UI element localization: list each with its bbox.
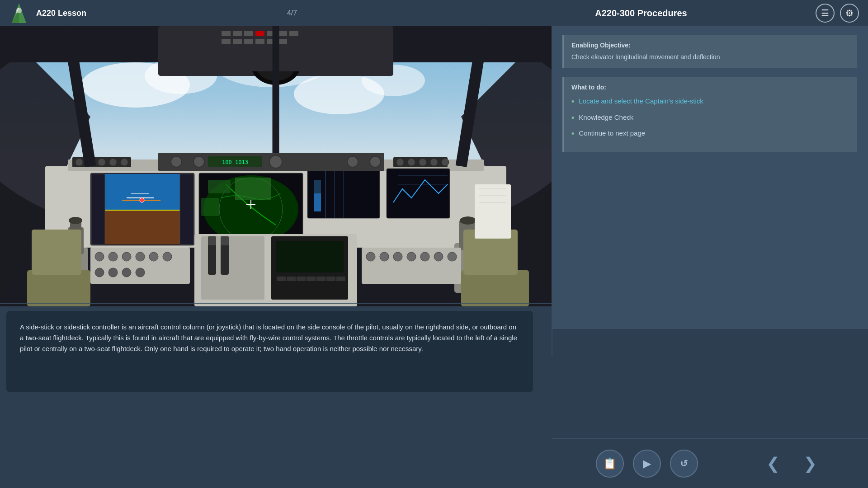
settings-button[interactable]: ⚙ (840, 4, 859, 23)
svg-rect-67 (244, 31, 253, 36)
header: A220 Lesson 4/7 A220-300 Procedures ☰ ⚙ (0, 0, 868, 26)
svg-rect-18 (91, 174, 193, 210)
todo-text-3: Continue to next page (579, 129, 645, 137)
svg-point-121 (434, 252, 443, 261)
svg-point-57 (121, 159, 128, 166)
horizontal-divider (0, 303, 552, 304)
svg-point-63 (442, 159, 449, 166)
header-right: ☰ ⚙ (816, 4, 868, 23)
svg-rect-26 (180, 174, 193, 244)
notes-button[interactable]: 📋 (596, 450, 624, 478)
play-button[interactable]: ▶ (633, 450, 661, 478)
svg-rect-102 (461, 270, 529, 306)
svg-point-107 (122, 252, 131, 261)
svg-rect-41 (387, 169, 450, 218)
svg-point-48 (347, 156, 358, 167)
svg-rect-100 (27, 270, 90, 306)
svg-point-61 (419, 159, 426, 166)
svg-rect-40 (314, 193, 321, 211)
svg-rect-88 (297, 277, 306, 281)
svg-rect-65 (222, 31, 231, 36)
svg-point-106 (108, 252, 118, 261)
svg-rect-72 (222, 39, 231, 44)
svg-rect-92 (336, 277, 345, 281)
description-text: A side-stick or sidestick controller is … (20, 322, 519, 354)
prev-icon: ❮ (766, 454, 780, 473)
course-title: A220-300 Procedures (467, 8, 816, 19)
svg-point-112 (108, 268, 118, 277)
svg-rect-25 (91, 174, 105, 244)
svg-rect-19 (91, 210, 193, 244)
svg-point-111 (95, 268, 104, 277)
svg-rect-66 (233, 31, 242, 36)
page-counter: 4/7 (287, 9, 297, 17)
todo-item-3: • Continue to next page (571, 129, 850, 139)
svg-rect-83 (221, 236, 229, 245)
svg-point-105 (95, 252, 104, 261)
svg-rect-73 (233, 39, 242, 44)
svg-rect-77 (278, 39, 287, 44)
notes-icon: 📋 (603, 457, 617, 470)
svg-point-49 (370, 156, 381, 167)
svg-text:100  1013: 100 1013 (222, 159, 248, 165)
svg-rect-68 (255, 31, 264, 36)
play-icon: ▶ (643, 457, 651, 470)
svg-point-24 (140, 198, 144, 202)
svg-point-114 (136, 268, 145, 277)
svg-point-117 (380, 252, 389, 261)
svg-point-108 (136, 252, 145, 261)
logo-area: A220 Lesson (0, 1, 118, 25)
todo-bullet-3: • (571, 129, 574, 139)
svg-point-47 (269, 155, 282, 168)
svg-rect-87 (287, 277, 296, 281)
todo-item-1[interactable]: • Locate and select the Captain's side-s… (571, 97, 850, 107)
menu-button[interactable]: ☰ (816, 4, 835, 23)
svg-rect-85 (276, 241, 344, 272)
replay-button[interactable]: ↺ 10 (670, 450, 698, 478)
svg-point-122 (448, 252, 457, 261)
instruction-panel: Enabling Objective: Check elevator longi… (552, 26, 868, 329)
next-button[interactable]: ❯ (796, 450, 824, 478)
nav-center-buttons: 📋 ▶ ↺ 10 (596, 450, 698, 478)
svg-point-120 (420, 252, 429, 261)
svg-rect-126 (475, 184, 511, 239)
svg-point-62 (430, 159, 438, 166)
navigation-bar: 📋 ▶ ↺ 10 ❮ ❯ (552, 438, 868, 488)
svg-point-59 (396, 159, 404, 166)
enabling-objective-text: Check elevator longitudinal movement and… (571, 52, 850, 62)
settings-icon: ⚙ (845, 8, 854, 19)
todo-text-1[interactable]: Locate and select the Captain's side-sti… (579, 97, 703, 105)
svg-rect-34 (201, 198, 219, 216)
svg-rect-74 (244, 39, 253, 44)
lesson-title: A220 Lesson (36, 9, 86, 18)
todo-item-2: • Knowledge Check (571, 113, 850, 123)
what-to-do-label: What to do: (571, 84, 850, 91)
header-center: 4/7 (118, 9, 467, 17)
nav-arrow-buttons: ❮ ❯ (759, 450, 824, 478)
enabling-objective-section: Enabling Objective: Check elevator longi… (562, 35, 857, 68)
todo-bullet-1: • (571, 97, 574, 107)
svg-point-119 (407, 252, 416, 261)
what-to-do-section: What to do: • Locate and select the Capt… (562, 77, 857, 152)
description-panel: A side-stick or sidestick controller is … (6, 311, 533, 392)
menu-icon: ☰ (821, 8, 829, 19)
svg-point-56 (109, 159, 117, 166)
svg-rect-33 (235, 178, 271, 200)
replay-counter: 10 (681, 461, 686, 466)
svg-rect-91 (326, 277, 335, 281)
svg-point-55 (98, 159, 105, 166)
svg-point-46 (193, 156, 204, 167)
next-icon: ❯ (803, 454, 817, 473)
svg-point-118 (393, 252, 402, 261)
svg-point-53 (75, 159, 83, 166)
svg-rect-101 (32, 230, 81, 275)
todo-text-2: Knowledge Check (579, 113, 633, 121)
svg-point-109 (149, 252, 158, 261)
svg-rect-75 (255, 39, 264, 44)
svg-point-60 (408, 159, 415, 166)
prev-button[interactable]: ❮ (759, 450, 787, 478)
svg-rect-90 (316, 277, 326, 281)
todo-bullet-2: • (571, 113, 574, 123)
svg-point-113 (122, 268, 131, 277)
svg-point-45 (171, 156, 182, 167)
